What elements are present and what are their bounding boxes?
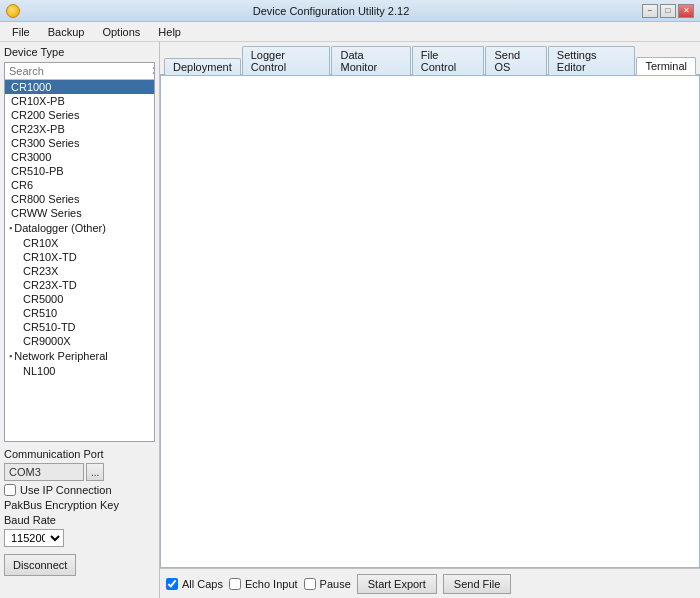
group-label: Network Peripheral <box>14 350 108 362</box>
all-caps-checkbox[interactable] <box>166 578 178 590</box>
tab-send-os[interactable]: Send OS <box>485 46 546 75</box>
pause-checkbox[interactable] <box>304 578 316 590</box>
group-label: Datalogger (Other) <box>14 222 106 234</box>
menu-bar: File Backup Options Help <box>0 22 700 42</box>
menu-backup[interactable]: Backup <box>40 25 93 39</box>
all-caps-label: All Caps <box>182 578 223 590</box>
tab-data-monitor[interactable]: Data Monitor <box>331 46 410 75</box>
group-expand-icon: ▪ <box>9 351 12 361</box>
window-title: Device Configuration Utility 2.12 <box>20 5 642 17</box>
baud-rate-row: 115200 9600 19200 38400 57600 <box>4 529 155 547</box>
tab-deployment[interactable]: Deployment <box>164 58 241 75</box>
device-item[interactable]: NL100 <box>5 364 154 378</box>
tab-terminal[interactable]: Terminal <box>636 57 696 75</box>
all-caps-row: All Caps <box>166 578 223 590</box>
device-item[interactable]: CR23X <box>5 264 154 278</box>
menu-help[interactable]: Help <box>150 25 189 39</box>
device-item[interactable]: CR10X-PB <box>5 94 154 108</box>
use-ip-row: Use IP Connection <box>4 484 155 496</box>
device-type-label: Device Type <box>4 46 155 58</box>
device-item[interactable]: CRWW Series <box>5 206 154 220</box>
menu-options[interactable]: Options <box>94 25 148 39</box>
echo-input-checkbox[interactable] <box>229 578 241 590</box>
echo-input-label: Echo Input <box>245 578 298 590</box>
left-panel: Device Type ✕ CR1000 CR10X-PB CR200 Seri… <box>0 42 160 598</box>
group-expand-icon: ▪ <box>9 223 12 233</box>
device-item[interactable]: CR510 <box>5 306 154 320</box>
app-icon <box>6 4 20 18</box>
device-item[interactable]: CR200 Series <box>5 108 154 122</box>
baud-rate-label: Baud Rate <box>4 514 155 526</box>
use-ip-checkbox[interactable] <box>4 484 16 496</box>
comm-port-row: ... <box>4 463 155 481</box>
tab-file-control[interactable]: File Control <box>412 46 485 75</box>
device-item[interactable]: CR6 <box>5 178 154 192</box>
echo-input-row: Echo Input <box>229 578 298 590</box>
search-clear-button[interactable]: ✕ <box>149 64 155 78</box>
search-input[interactable] <box>7 64 149 78</box>
device-item[interactable]: CR300 Series <box>5 136 154 150</box>
device-item[interactable]: CR5000 <box>5 292 154 306</box>
bottom-toolbar: All Caps Echo Input Pause Start Export S… <box>160 568 700 598</box>
search-box: ✕ <box>5 63 154 80</box>
tab-logger-control[interactable]: Logger Control <box>242 46 331 75</box>
menu-file[interactable]: File <box>4 25 38 39</box>
right-panel: Deployment Logger Control Data Monitor F… <box>160 42 700 598</box>
device-item[interactable]: CR1000 <box>5 80 154 94</box>
device-item[interactable]: CR10X <box>5 236 154 250</box>
device-item[interactable]: CR9000X <box>5 334 154 348</box>
tab-settings-editor[interactable]: Settings Editor <box>548 46 636 75</box>
terminal-area[interactable] <box>160 75 700 568</box>
use-ip-label: Use IP Connection <box>20 484 112 496</box>
comm-port-label: Communication Port <box>4 448 155 460</box>
title-bar: Device Configuration Utility 2.12 − □ ✕ <box>0 0 700 22</box>
tabs-bar: Deployment Logger Control Data Monitor F… <box>160 42 700 75</box>
comm-port-input[interactable] <box>4 463 84 481</box>
comm-port-browse-button[interactable]: ... <box>86 463 104 481</box>
device-item[interactable]: CR510-TD <box>5 320 154 334</box>
comm-section: Communication Port ... Use IP Connection… <box>4 448 155 576</box>
device-item[interactable]: CR800 Series <box>5 192 154 206</box>
minimize-button[interactable]: − <box>642 4 658 18</box>
pause-row: Pause <box>304 578 351 590</box>
main-layout: Device Type ✕ CR1000 CR10X-PB CR200 Seri… <box>0 42 700 598</box>
start-export-button[interactable]: Start Export <box>357 574 437 594</box>
window-controls: − □ ✕ <box>642 4 694 18</box>
device-group-network-peripheral[interactable]: ▪ Network Peripheral <box>5 348 154 364</box>
disconnect-button[interactable]: Disconnect <box>4 554 76 576</box>
device-item[interactable]: CR23X-TD <box>5 278 154 292</box>
device-item[interactable]: CR23X-PB <box>5 122 154 136</box>
device-list: CR1000 CR10X-PB CR200 Series CR23X-PB CR… <box>5 80 154 441</box>
pakbus-label: PakBus Encryption Key <box>4 499 155 511</box>
close-button[interactable]: ✕ <box>678 4 694 18</box>
baud-rate-select[interactable]: 115200 9600 19200 38400 57600 <box>4 529 64 547</box>
send-file-button[interactable]: Send File <box>443 574 511 594</box>
pause-label: Pause <box>320 578 351 590</box>
device-item[interactable]: CR10X-TD <box>5 250 154 264</box>
device-group-datalogger-other[interactable]: ▪ Datalogger (Other) <box>5 220 154 236</box>
device-list-container: ✕ CR1000 CR10X-PB CR200 Series CR23X-PB … <box>4 62 155 442</box>
maximize-button[interactable]: □ <box>660 4 676 18</box>
device-item[interactable]: CR3000 <box>5 150 154 164</box>
device-item[interactable]: CR510-PB <box>5 164 154 178</box>
